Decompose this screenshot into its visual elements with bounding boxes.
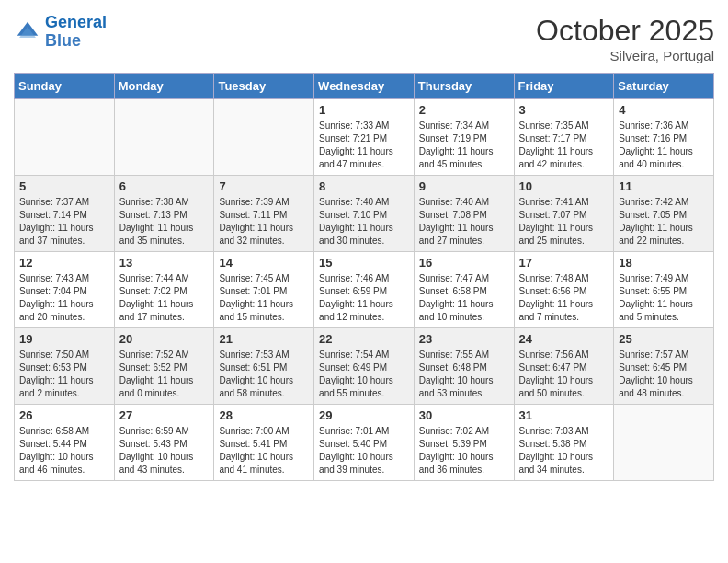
day-number: 1 [319,103,409,117]
calendar-empty-cell [114,99,214,176]
calendar-header-row: SundayMondayTuesdayWednesdayThursdayFrid… [15,74,714,99]
title-block: October 2025 Silveira, Portugal [536,14,714,63]
calendar-day-cell: 18Sunrise: 7:49 AM Sunset: 6:55 PM Dayli… [614,252,714,328]
day-number: 15 [319,256,409,270]
day-info: Sunrise: 7:44 AM Sunset: 7:02 PM Dayligh… [119,272,210,324]
day-number: 29 [319,408,409,422]
calendar-week-row: 12Sunrise: 7:43 AM Sunset: 7:04 PM Dayli… [15,252,714,328]
calendar-day-cell: 26Sunrise: 6:58 AM Sunset: 5:44 PM Dayli… [15,405,115,481]
calendar-day-cell: 23Sunrise: 7:55 AM Sunset: 6:48 PM Dayli… [414,328,514,405]
day-info: Sunrise: 7:47 AM Sunset: 6:58 PM Dayligh… [419,272,509,324]
calendar-day-cell: 11Sunrise: 7:42 AM Sunset: 7:05 PM Dayli… [614,176,714,252]
day-info: Sunrise: 7:43 AM Sunset: 7:04 PM Dayligh… [19,272,109,324]
day-number: 3 [519,103,609,117]
calendar-day-cell: 9Sunrise: 7:40 AM Sunset: 7:08 PM Daylig… [414,176,514,252]
day-number: 23 [419,332,509,346]
day-info: Sunrise: 7:38 AM Sunset: 7:13 PM Dayligh… [119,196,210,247]
day-info: Sunrise: 7:03 AM Sunset: 5:38 PM Dayligh… [519,425,609,477]
calendar-week-row: 5Sunrise: 7:37 AM Sunset: 7:14 PM Daylig… [15,176,714,252]
day-info: Sunrise: 7:35 AM Sunset: 7:17 PM Dayligh… [519,120,609,171]
day-number: 27 [119,408,210,422]
day-info: Sunrise: 7:40 AM Sunset: 7:08 PM Dayligh… [419,196,509,247]
day-number: 14 [219,256,309,270]
logo-general: General [45,13,107,31]
calendar-day-cell: 19Sunrise: 7:50 AM Sunset: 6:53 PM Dayli… [15,328,115,405]
day-info: Sunrise: 7:53 AM Sunset: 6:51 PM Dayligh… [219,349,309,400]
calendar-day-cell: 1Sunrise: 7:33 AM Sunset: 7:21 PM Daylig… [314,99,415,176]
weekday-header-saturday: Saturday [614,74,714,99]
day-info: Sunrise: 7:57 AM Sunset: 6:45 PM Dayligh… [619,349,709,400]
day-info: Sunrise: 7:48 AM Sunset: 6:56 PM Dayligh… [519,272,609,324]
day-number: 28 [219,408,309,422]
day-info: Sunrise: 7:34 AM Sunset: 7:19 PM Dayligh… [419,120,509,171]
weekday-header-wednesday: Wednesday [314,74,415,99]
day-info: Sunrise: 7:55 AM Sunset: 6:48 PM Dayligh… [419,349,509,400]
day-number: 24 [519,332,609,346]
day-info: Sunrise: 7:41 AM Sunset: 7:07 PM Dayligh… [519,196,609,247]
day-info: Sunrise: 7:50 AM Sunset: 6:53 PM Dayligh… [19,349,109,400]
day-info: Sunrise: 6:58 AM Sunset: 5:44 PM Dayligh… [19,425,109,477]
calendar-day-cell: 7Sunrise: 7:39 AM Sunset: 7:11 PM Daylig… [214,176,314,252]
day-number: 4 [619,103,709,117]
day-number: 5 [19,179,109,193]
calendar-day-cell: 31Sunrise: 7:03 AM Sunset: 5:38 PM Dayli… [514,405,614,481]
logo-icon [14,18,41,46]
day-number: 30 [419,408,509,422]
day-info: Sunrise: 7:02 AM Sunset: 5:39 PM Dayligh… [419,425,509,477]
location-subtitle: Silveira, Portugal [536,48,714,63]
weekday-header-tuesday: Tuesday [214,74,314,99]
day-info: Sunrise: 7:56 AM Sunset: 6:47 PM Dayligh… [519,349,609,400]
calendar-day-cell: 12Sunrise: 7:43 AM Sunset: 7:04 PM Dayli… [15,252,115,328]
calendar-week-row: 1Sunrise: 7:33 AM Sunset: 7:21 PM Daylig… [15,99,714,176]
day-number: 6 [119,179,210,193]
calendar-day-cell: 16Sunrise: 7:47 AM Sunset: 6:58 PM Dayli… [414,252,514,328]
calendar-empty-cell [614,405,714,481]
day-info: Sunrise: 7:42 AM Sunset: 7:05 PM Dayligh… [619,196,709,247]
logo: General Blue [14,14,107,51]
day-info: Sunrise: 7:01 AM Sunset: 5:40 PM Dayligh… [319,425,409,477]
weekday-header-monday: Monday [114,74,214,99]
day-info: Sunrise: 7:33 AM Sunset: 7:21 PM Dayligh… [319,120,409,171]
calendar-day-cell: 8Sunrise: 7:40 AM Sunset: 7:10 PM Daylig… [314,176,415,252]
calendar-week-row: 26Sunrise: 6:58 AM Sunset: 5:44 PM Dayli… [15,405,714,481]
day-number: 16 [419,256,509,270]
calendar-day-cell: 20Sunrise: 7:52 AM Sunset: 6:52 PM Dayli… [114,328,214,405]
calendar-day-cell: 15Sunrise: 7:46 AM Sunset: 6:59 PM Dayli… [314,252,415,328]
calendar-day-cell: 29Sunrise: 7:01 AM Sunset: 5:40 PM Dayli… [314,405,415,481]
calendar-day-cell: 10Sunrise: 7:41 AM Sunset: 7:07 PM Dayli… [514,176,614,252]
day-number: 9 [419,179,509,193]
calendar-day-cell: 3Sunrise: 7:35 AM Sunset: 7:17 PM Daylig… [514,99,614,176]
day-number: 31 [519,408,609,422]
calendar-day-cell: 22Sunrise: 7:54 AM Sunset: 6:49 PM Dayli… [314,328,415,405]
calendar-empty-cell [15,99,115,176]
day-number: 19 [19,332,109,346]
month-year-title: October 2025 [536,14,714,48]
day-info: Sunrise: 7:49 AM Sunset: 6:55 PM Dayligh… [619,272,709,324]
calendar-day-cell: 13Sunrise: 7:44 AM Sunset: 7:02 PM Dayli… [114,252,214,328]
calendar-week-row: 19Sunrise: 7:50 AM Sunset: 6:53 PM Dayli… [15,328,714,405]
day-number: 7 [219,179,309,193]
calendar-day-cell: 17Sunrise: 7:48 AM Sunset: 6:56 PM Dayli… [514,252,614,328]
calendar-day-cell: 14Sunrise: 7:45 AM Sunset: 7:01 PM Dayli… [214,252,314,328]
calendar-day-cell: 28Sunrise: 7:00 AM Sunset: 5:41 PM Dayli… [214,405,314,481]
day-info: Sunrise: 7:00 AM Sunset: 5:41 PM Dayligh… [219,425,309,477]
day-info: Sunrise: 7:54 AM Sunset: 6:49 PM Dayligh… [319,349,409,400]
calendar-table: SundayMondayTuesdayWednesdayThursdayFrid… [14,73,714,481]
calendar-day-cell: 25Sunrise: 7:57 AM Sunset: 6:45 PM Dayli… [614,328,714,405]
day-info: Sunrise: 7:45 AM Sunset: 7:01 PM Dayligh… [219,272,309,324]
day-number: 21 [219,332,309,346]
day-number: 8 [319,179,409,193]
calendar-day-cell: 30Sunrise: 7:02 AM Sunset: 5:39 PM Dayli… [414,405,514,481]
day-info: Sunrise: 7:39 AM Sunset: 7:11 PM Dayligh… [219,196,309,247]
day-info: Sunrise: 7:46 AM Sunset: 6:59 PM Dayligh… [319,272,409,324]
day-info: Sunrise: 6:59 AM Sunset: 5:43 PM Dayligh… [119,425,210,477]
day-number: 20 [119,332,210,346]
day-number: 10 [519,179,609,193]
calendar-day-cell: 2Sunrise: 7:34 AM Sunset: 7:19 PM Daylig… [414,99,514,176]
calendar-day-cell: 21Sunrise: 7:53 AM Sunset: 6:51 PM Dayli… [214,328,314,405]
day-number: 13 [119,256,210,270]
calendar-day-cell: 6Sunrise: 7:38 AM Sunset: 7:13 PM Daylig… [114,176,214,252]
calendar-day-cell: 27Sunrise: 6:59 AM Sunset: 5:43 PM Dayli… [114,405,214,481]
calendar-empty-cell [214,99,314,176]
calendar-day-cell: 5Sunrise: 7:37 AM Sunset: 7:14 PM Daylig… [15,176,115,252]
